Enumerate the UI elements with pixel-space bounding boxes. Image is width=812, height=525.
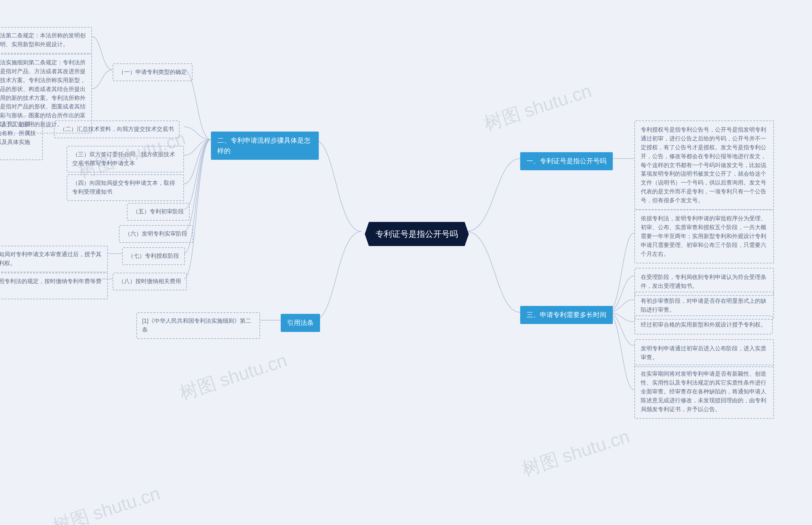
leaf-2-7: （七）专利授权阶段: [122, 247, 185, 265]
branch-section-1[interactable]: 一、专利证号是指公开号吗: [520, 152, 613, 170]
leaf-3-6: 在实审期间将对发明专利申请是否有新颖性、创造性、实用性以及专利法规定的其它实质性…: [634, 364, 774, 419]
leaf-2-8-1: 按照专利法的规定，按时缴纳专利年费等费用: [0, 273, 108, 299]
leaf-2-2: （二）汇总技术资料，向我方提交技术交底书: [54, 120, 179, 138]
root-topic[interactable]: 专利证号是指公开号吗: [365, 222, 469, 246]
leaf-2-1: （一）申请专利类型的确定: [113, 63, 193, 81]
leaf-3-5: 发明专利申请通过初审后进入公布阶段，进入实质审查。: [634, 339, 774, 367]
leaf-2-1-1: 我国专利法第二条规定：本法所称的发明创造是指发明、实用新型和外观设计。: [0, 27, 92, 54]
leaf-2-2-1: 技术交底书一般由客户方的技术人员汇总撰写，技术交底书包括发明创造的名称、所属技术…: [0, 116, 43, 160]
leaf-2-7-1: 国知局对专利申请文本审查通过后，授予其专利权。: [0, 246, 108, 272]
branch-section-3[interactable]: 三、申请专利需要多长时间: [520, 306, 613, 324]
leaf-citation-1: [1]《中华人民共和国专利法实施细则》第二条: [136, 312, 260, 339]
leaf-3-4: 经过初审合格的实用新型和外观设计授予专利权。: [634, 315, 773, 334]
branch-section-2[interactable]: 二、专利申请流程步骤具体是怎样的: [211, 132, 319, 160]
leaf-2-4: （四）向国知局提交专利申请文本，取得专利受理通知书: [67, 174, 184, 201]
leaf-2-8: （八）按时缴纳相关费用: [113, 273, 187, 290]
leaf-2-6: （六）发明专利实审阶段: [119, 225, 193, 243]
leaf-2-5: （五）专利初审阶段: [127, 203, 190, 221]
leaf-3-1: 依据专利法，发明专利申请的审批程序分为受理、初审、公布、实质审查和授权五个阶段，…: [634, 209, 774, 264]
leaf-2-3: （三）双方签订委托合同，我方依据技术交底书撰写专利申请文本: [67, 146, 184, 172]
branch-citation[interactable]: 引用法条: [281, 314, 320, 332]
leaf-section-1-detail: 专利授权号是指专利公告号，公开号是指发明专利通过初审，进行公告之后给的号码，公开…: [634, 120, 774, 210]
